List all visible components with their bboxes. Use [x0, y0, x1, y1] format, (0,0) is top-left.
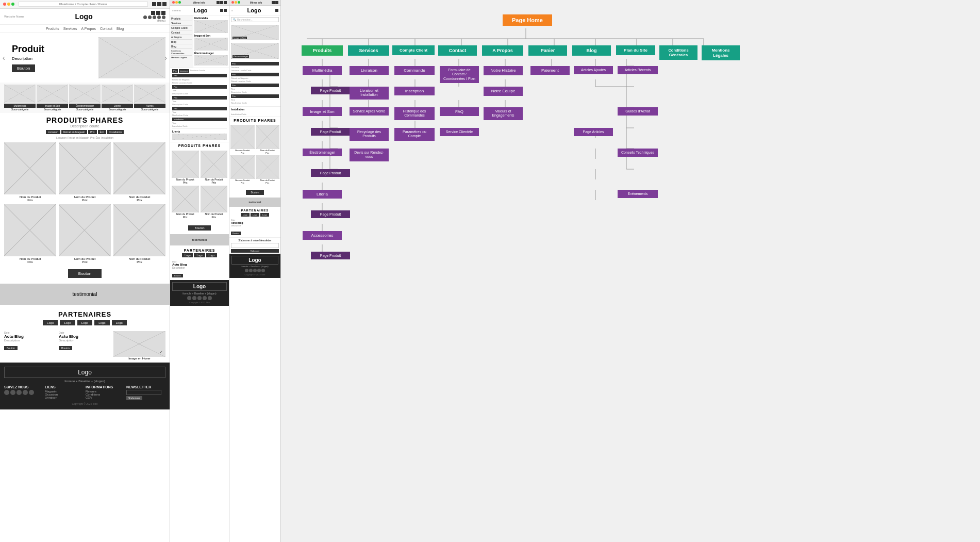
featured-button[interactable]: Bouton [68, 269, 102, 278]
p2-bouton[interactable]: Bouton [188, 225, 210, 231]
nav-services[interactable]: Services [63, 27, 77, 30]
p2-blog: Date Actu Blog Description Bouton [170, 259, 229, 280]
newsletter-btn[interactable]: S'abonner [126, 396, 142, 400]
social-3[interactable] [16, 390, 22, 395]
node-accessoires[interactable]: Accessoires [303, 231, 342, 240]
footer-cols: SUIVEZ NOUS LIENS Magasin Occasion Livra… [4, 385, 165, 400]
copyright: Copyright © 2022 Titre [4, 402, 165, 405]
social-1[interactable] [4, 390, 9, 395]
product-5: Nom du Produit Prix [59, 204, 111, 264]
node-articles-ajoutes[interactable]: Articles Ajoutés [574, 66, 613, 74]
node-image-son[interactable]: Image et Son [303, 107, 342, 116]
node-recyclage[interactable]: Recyclage des Produits [350, 128, 389, 141]
node-page-produit-2[interactable]: Page Produit [311, 128, 350, 136]
browser-chrome-3: Même Info [229, 0, 280, 6]
panel3-label: Même Info [250, 1, 262, 4]
node-formulaire-contact[interactable]: Formulaire de Contact / Coordonnées / Pl… [440, 66, 479, 83]
node-cg[interactable]: Conditions Générales [659, 45, 697, 60]
node-historique-cmd[interactable]: Historique des Commandes [394, 107, 435, 120]
nav-contact[interactable]: Contact [100, 27, 112, 30]
node-page-produit-1[interactable]: Page Produit [311, 87, 350, 94]
node-page-articles[interactable]: Page Articles [574, 128, 613, 136]
p3-nl-input[interactable] [231, 243, 279, 248]
node-multimedia[interactable]: Multimédia [303, 66, 342, 75]
node-inscription[interactable]: Inscription [394, 87, 435, 95]
node-page-produit-4[interactable]: Page Produit [311, 210, 350, 218]
dot-green [11, 3, 14, 6]
product-2: Nom du Produit Prix [59, 142, 111, 202]
node-literia[interactable]: Literia [303, 190, 342, 199]
p3-newsletter: S'abonner à notre Newsletter S'abonner [229, 237, 280, 254]
node-devis[interactable]: Devis sur Rendez-vous [350, 149, 389, 161]
nav-apropos[interactable]: A Propos [81, 27, 95, 30]
featured-title: PRODUITS PHARES [4, 116, 165, 124]
node-services[interactable]: Services [348, 45, 389, 56]
node-service-clientele[interactable]: Service Clientèle [440, 128, 479, 136]
social-2[interactable] [10, 390, 15, 395]
node-panier[interactable]: Panier [528, 45, 567, 56]
social-icons [4, 390, 43, 395]
node-blog[interactable]: Blog [572, 45, 611, 56]
node-apropos[interactable]: A Propos [482, 45, 523, 56]
sitemap-diagram: Page Home Produits Services Compte Clien… [291, 10, 719, 371]
node-electromenager[interactable]: Électroménager [303, 149, 342, 156]
node-page-produit-5[interactable]: Page Produit [311, 252, 350, 259]
cat-autres: Autres Sous-catégorie [134, 85, 165, 111]
logo-2: Logo [60, 320, 75, 325]
badge-eco: Éco [98, 130, 107, 134]
node-mentions[interactable]: Mentions Légales [702, 45, 740, 60]
logo-5: Logo [112, 320, 127, 325]
p3-bouton[interactable]: Bouton [246, 190, 264, 195]
p2-logo: Logo [193, 7, 207, 13]
blog-1: Date Actu Blog Description Bouton [4, 331, 56, 360]
menu-label: (Menu) [157, 19, 165, 22]
node-conseils[interactable]: Conseils Techniques [618, 149, 658, 157]
badge-installation: Installation [107, 130, 124, 134]
p3-nl-btn[interactable]: S'abonner [231, 249, 279, 253]
root-node: Page Home [503, 14, 552, 26]
product-3: Nom du Produit Prix [113, 142, 165, 202]
node-service-apres-vente[interactable]: Service Après Vente [350, 107, 389, 116]
node-notre-equipe[interactable]: Notre Équipe [484, 87, 523, 96]
node-page-produit-3[interactable]: Page Produit [311, 169, 350, 177]
hero-title: Produit [12, 44, 91, 55]
browser-chrome-1: Plateforme / Compte client / Panier [0, 0, 170, 9]
node-articles-recents[interactable]: Articles Récents [618, 66, 658, 74]
sd-r [172, 1, 175, 4]
node-contact[interactable]: Contact [438, 45, 477, 56]
p2-blog-btn[interactable]: Bouton [172, 274, 183, 277]
p3-search[interactable]: 🔍 Rechercher... [231, 17, 279, 22]
r2 [148, 15, 152, 19]
hero-button[interactable]: Bouton [12, 64, 35, 72]
p3-blog-btn[interactable]: Bouton [231, 232, 241, 235]
product-badges: Livraison Retrait en Magasin Prix Éco In… [4, 130, 165, 134]
social-4[interactable] [23, 390, 28, 395]
social-5[interactable] [29, 390, 34, 395]
nav-produits[interactable]: Produits [46, 27, 59, 30]
node-params[interactable]: Paramètres du Compte [394, 128, 435, 141]
nav-row-1: Produits Services A Propos Contact Blog [0, 25, 170, 33]
node-notre-histoire[interactable]: Notre Histoire [484, 66, 523, 75]
node-plan-site[interactable]: Plan du Site [616, 45, 655, 55]
main-container: Plateforme / Compte client / Panier Webs… [0, 0, 980, 542]
node-guides-achat[interactable]: Guides d'Achat [618, 107, 658, 116]
next-arrow[interactable]: › [164, 54, 167, 62]
prev-arrow[interactable]: ‹ [3, 54, 5, 62]
footer-col-2: LIENS Magasin Occasion Livraison [45, 385, 84, 400]
node-produits[interactable]: Produits [302, 45, 343, 56]
node-valeurs[interactable]: Valeurs et Engagements [484, 107, 523, 120]
node-livraison[interactable]: Livraison [350, 66, 389, 75]
node-faq[interactable]: FAQ [440, 107, 479, 116]
node-compte-client[interactable]: Compte Client [392, 45, 435, 55]
nav-blog[interactable]: Blog [117, 27, 124, 30]
blog-3-hover: ↙ Image en Hover [113, 331, 165, 360]
newsletter-input[interactable] [126, 390, 161, 395]
blog-1-btn[interactable]: Bouton [4, 346, 18, 350]
node-commande[interactable]: Commande [394, 66, 435, 75]
node-paiement[interactable]: Paiement [530, 66, 570, 75]
blog-2-btn[interactable]: Bouton [59, 346, 72, 350]
sitemap-area: Page Home Produits Services Compte Clien… [281, 0, 980, 542]
node-livraison-install[interactable]: Livraison et Installation [350, 87, 389, 100]
node-evenements[interactable]: Evénements [618, 190, 658, 198]
header-right: (Menu) [143, 11, 165, 22]
